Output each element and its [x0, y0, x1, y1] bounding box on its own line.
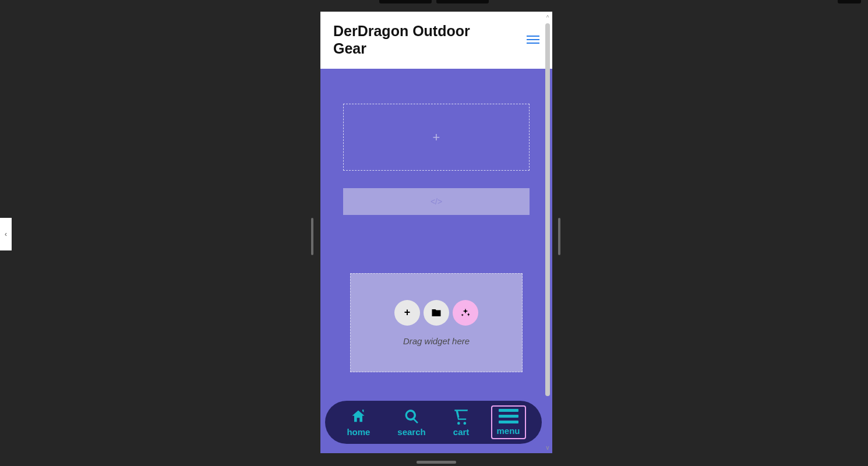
scroll-up-icon[interactable]: ^ [544, 14, 551, 21]
nav-menu[interactable]: menu [491, 405, 526, 439]
site-header: DerDragon Outdoor Gear [320, 12, 552, 69]
add-content-placeholder[interactable]: + [343, 104, 530, 171]
drop-zone-hint: Drag widget here [403, 336, 470, 346]
resize-handle-left[interactable] [311, 218, 313, 255]
mobile-preview-frame: DerDragon Outdoor Gear + </> + [320, 12, 552, 453]
widget-drop-zone[interactable]: + Drag widget here [350, 273, 523, 372]
nav-label: menu [497, 426, 520, 436]
resize-handle-bottom[interactable] [417, 461, 456, 464]
drop-zone-actions: + [394, 300, 478, 326]
add-widget-button[interactable]: + [394, 300, 420, 326]
bottom-nav: home search cart menu [325, 401, 542, 444]
top-tab[interactable] [436, 0, 489, 3]
scroll-down-icon[interactable]: v [544, 444, 551, 451]
cart-icon [453, 408, 470, 425]
plus-icon: + [433, 130, 440, 145]
search-icon [404, 408, 420, 425]
top-tab-strip [0, 0, 868, 3]
expand-left-panel-button[interactable]: ‹ [0, 218, 12, 250]
nav-label: cart [453, 427, 470, 437]
plus-icon: + [404, 306, 411, 319]
home-icon [350, 408, 366, 425]
ai-widget-button[interactable] [453, 300, 478, 326]
menu-icon [499, 409, 518, 423]
top-tab[interactable] [379, 0, 432, 3]
nav-label: search [397, 427, 425, 437]
nav-search[interactable]: search [391, 405, 431, 440]
nav-home[interactable]: home [341, 405, 376, 440]
folder-icon [431, 308, 442, 318]
code-icon: </> [431, 197, 442, 206]
site-title: DerDragon Outdoor Gear [333, 22, 496, 57]
sparkle-icon [460, 308, 471, 318]
hamburger-menu-icon[interactable] [527, 36, 539, 44]
skeleton-block[interactable]: </> [343, 188, 530, 215]
resize-handle-right[interactable] [558, 218, 560, 255]
nav-cart[interactable]: cart [447, 405, 475, 440]
hero-section: + </> + Drag widget here [320, 69, 552, 453]
top-tab-corner[interactable] [838, 0, 861, 3]
scrollbar-thumb[interactable] [545, 23, 550, 396]
chevron-left-icon: ‹ [5, 230, 7, 238]
browse-widget-button[interactable] [424, 300, 449, 326]
scrollbar[interactable]: ^ v [544, 14, 551, 451]
nav-label: home [347, 427, 370, 437]
